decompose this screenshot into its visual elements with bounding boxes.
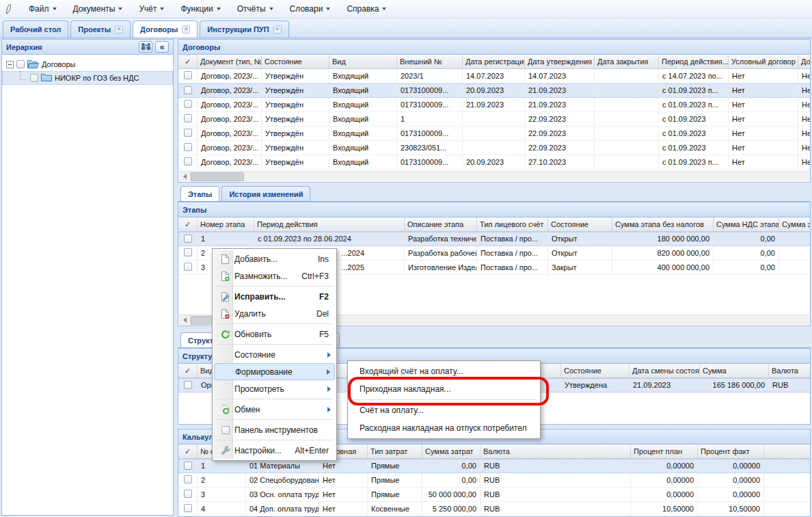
column-header[interactable]	[764, 445, 810, 458]
row-checkbox[interactable]	[184, 381, 192, 389]
menu-item[interactable]: Размножить...Ctrl+F3	[214, 267, 335, 284]
tab-contracts[interactable]: Договоры✕	[133, 21, 198, 38]
row-checkbox[interactable]	[184, 114, 192, 122]
row-checkbox[interactable]	[184, 248, 192, 256]
column-header[interactable]: Тип затрат	[368, 445, 422, 458]
column-header[interactable]: Дата закрытия	[595, 55, 659, 68]
collapse-node-icon[interactable]	[6, 61, 14, 68]
row-checkbox[interactable]	[184, 475, 192, 483]
table-row[interactable]: Договор, 2023/...УтверждёнВходящий122.09…	[178, 112, 810, 127]
tab-stages[interactable]: Этапы	[180, 186, 219, 201]
menu-item[interactable]: Счёт на оплату...	[349, 401, 539, 419]
column-header[interactable]: Дата смены состоя	[630, 364, 700, 377]
table-row[interactable]: 101 МатериалыНетПрямые0,00RUB0,000000,00…	[178, 459, 810, 473]
column-header[interactable]: Период действия...	[659, 55, 729, 68]
column-header[interactable]: ✓	[178, 445, 198, 458]
scroll-left-button[interactable]	[179, 315, 191, 324]
column-header[interactable]: Сумма этапа без налогов	[612, 217, 714, 231]
table-row[interactable]: Договор, 2023/...УтверждёнВходящий017310…	[178, 83, 810, 98]
menubar-item-accounting[interactable]: Учёт	[131, 1, 172, 16]
close-icon[interactable]: ✕	[182, 25, 190, 34]
menubar-item-file[interactable]: Файл	[21, 1, 64, 16]
tab-instructions[interactable]: Инструкции ПУП✕	[200, 21, 288, 38]
menubar-item-help[interactable]: Справка	[339, 1, 394, 16]
scroll-left-button[interactable]	[179, 172, 191, 181]
menu-item[interactable]: Состояние	[214, 346, 335, 363]
row-checkbox[interactable]	[184, 235, 192, 243]
column-header[interactable]: Валюта	[769, 364, 810, 377]
column-header[interactable]: Номер этапа	[198, 217, 254, 231]
column-header[interactable]: Тип лицевого счёт	[477, 217, 548, 231]
column-header[interactable]: ✓	[178, 364, 198, 377]
column-header[interactable]: Документ (тип, №	[198, 55, 262, 68]
tab-projects[interactable]: Проекты✕	[70, 21, 131, 38]
column-header[interactable]: Сумма	[700, 364, 769, 377]
menubar-item-functions[interactable]: Функции	[173, 1, 228, 16]
row-checkbox[interactable]	[184, 100, 192, 108]
table-row[interactable]: Договор, 2023/...УтверждёнВходящий017310…	[178, 127, 810, 141]
column-header[interactable]: Состояние	[262, 55, 329, 68]
menu-item[interactable]: УдалитьDel	[214, 305, 335, 322]
menu-item[interactable]: Формирование	[214, 363, 335, 380]
table-row[interactable]: Договор, 2023/...УтверждёнВходящий230823…	[178, 141, 810, 155]
tree-node-niokr[interactable]: НИОКР по ГОЗ без НДС	[2, 71, 173, 85]
menu-item[interactable]: Добавить...Ins	[214, 250, 335, 267]
row-checkbox[interactable]	[184, 263, 192, 271]
row-checkbox[interactable]	[184, 157, 192, 165]
column-header[interactable]: До...	[798, 55, 810, 68]
table-row[interactable]: 303 Осн. оплата трудаНетПрямые50 000 000…	[178, 488, 810, 502]
column-header[interactable]: Период действия	[254, 217, 405, 231]
tab-desktop[interactable]: Рабочий стол	[3, 21, 68, 38]
menu-item[interactable]: Настройки...Alt+Enter	[214, 442, 335, 459]
column-header[interactable]: Условный договор	[729, 55, 798, 68]
close-icon[interactable]: ✕	[273, 25, 282, 34]
hscrollbar-thumb[interactable]	[191, 172, 244, 181]
column-header[interactable]: Сумма эт...	[779, 217, 810, 231]
row-checkbox[interactable]	[184, 86, 192, 94]
column-header[interactable]: ✓	[178, 217, 198, 231]
menu-item[interactable]: Входящий счёт на оплату...	[349, 362, 539, 380]
column-header[interactable]: Процент план	[631, 445, 698, 458]
column-header[interactable]: Вид	[329, 55, 397, 68]
row-checkbox[interactable]	[184, 490, 192, 498]
node-checkbox[interactable]	[30, 74, 38, 82]
row-checkbox[interactable]	[184, 462, 192, 470]
collapse-panel-icon[interactable]: «	[155, 41, 169, 53]
table-row[interactable]: 1с 01.09.2023 по 28.06.2024Разработка те…	[178, 232, 810, 246]
menu-item[interactable]: Исправить...F2	[214, 288, 335, 305]
tree-node-contracts[interactable]: Договоры	[2, 57, 173, 71]
hscrollbar[interactable]	[179, 171, 809, 181]
search-icon[interactable]	[139, 41, 152, 53]
row-checkbox[interactable]	[184, 143, 192, 151]
close-icon[interactable]: ✕	[115, 25, 123, 34]
column-header[interactable]: Состояние	[561, 364, 630, 377]
row-checkbox[interactable]	[184, 71, 192, 79]
table-row[interactable]: 202 СпецоборудованиеНетПрямые0,00RUB0,00…	[178, 473, 810, 488]
column-header[interactable]: Состояние	[548, 217, 612, 231]
menu-item[interactable]: Обмен	[214, 401, 335, 418]
table-row[interactable]: 404 Доп. оплата трудаНетКосвенные5 250 0…	[178, 502, 810, 516]
tab-change-history[interactable]: История изменений	[221, 186, 310, 201]
column-header[interactable]: Описание этапа	[405, 217, 477, 231]
menu-item[interactable]: Приходная накладная...	[349, 380, 539, 398]
menu-item[interactable]: Расходная накладная на отпуск потребител…	[349, 419, 539, 437]
menu-item[interactable]: Панель инструментов	[214, 421, 335, 438]
menubar-item-documents[interactable]: Документы	[66, 1, 131, 16]
column-header[interactable]: Процент факт	[698, 445, 764, 458]
row-checkbox[interactable]	[184, 504, 192, 512]
row-checkbox[interactable]	[184, 129, 192, 137]
column-header[interactable]: Дата утверждения	[525, 55, 595, 68]
table-row[interactable]: Договор, 2023/...УтверждёнВходящий017310…	[178, 98, 810, 112]
column-header[interactable]: Дата регистрации...	[463, 55, 525, 68]
column-header[interactable]: Сумма НДС этапа	[714, 217, 779, 231]
menu-item[interactable]: ОбновитьF5	[214, 326, 335, 343]
table-row[interactable]: Договор, 2023/...УтверждёнВходящий017310…	[178, 155, 810, 170]
menubar-item-dictionaries[interactable]: Словари	[282, 1, 338, 16]
column-header[interactable]: Внешний №	[397, 55, 463, 68]
column-header[interactable]: ✓	[178, 55, 198, 68]
node-checkbox[interactable]	[16, 60, 25, 68]
column-header[interactable]: Сумма затрат	[422, 445, 481, 458]
menubar-item-reports[interactable]: Отчёты	[230, 1, 281, 16]
menu-item[interactable]: Просмотреть	[214, 380, 335, 397]
column-header[interactable]: Валюта	[481, 445, 631, 458]
